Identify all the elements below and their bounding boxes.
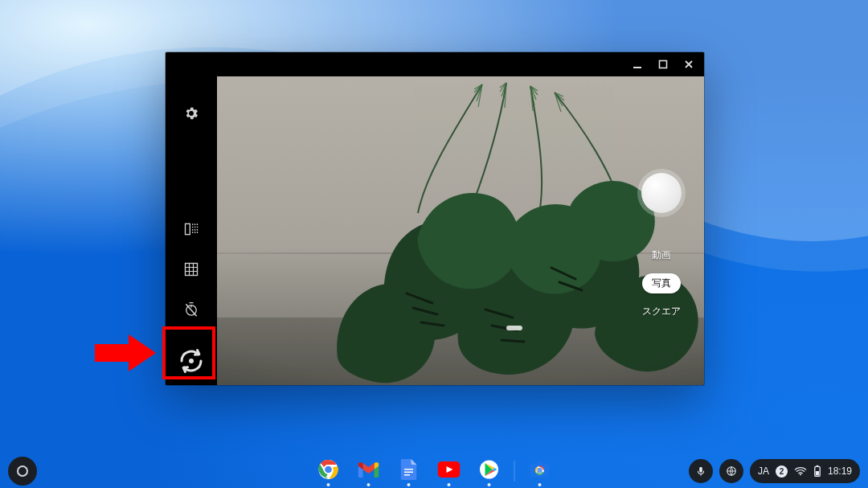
svg-rect-16 — [404, 474, 410, 476]
callout-arrow — [95, 333, 156, 373]
shutter-button[interactable] — [641, 173, 682, 213]
mode-video[interactable]: 動画 — [652, 248, 671, 262]
shelf-pinned-apps — [312, 454, 557, 485]
assistant-mic-button[interactable] — [689, 459, 713, 483]
svg-point-10 — [189, 359, 194, 363]
shelf-divider — [514, 461, 515, 482]
status-tray[interactable]: JA 2 18:19 — [750, 459, 860, 483]
svg-rect-15 — [404, 472, 413, 474]
launcher-icon — [17, 465, 28, 477]
pinned-play-store[interactable] — [477, 457, 502, 482]
mirror-icon — [183, 221, 199, 237]
svg-rect-26 — [817, 465, 818, 467]
shelf-status-area: JA 2 18:19 — [689, 459, 860, 483]
switch-camera-icon — [177, 347, 206, 375]
notification-badge: 2 — [776, 465, 788, 478]
svg-rect-27 — [816, 471, 819, 475]
grid-icon — [183, 261, 199, 277]
battery-icon — [813, 465, 821, 478]
titlebar — [166, 52, 704, 76]
svg-point-24 — [800, 474, 801, 475]
wifi-icon — [794, 466, 807, 476]
quick-settings-button[interactable] — [719, 459, 743, 483]
launcher-button[interactable] — [8, 457, 37, 486]
minimize-button[interactable] — [628, 55, 646, 73]
gmail-icon — [358, 461, 379, 478]
svg-rect-8 — [186, 264, 198, 276]
settings-button[interactable] — [178, 100, 204, 126]
pinned-chrome[interactable] — [317, 457, 341, 482]
timer-off-icon — [183, 301, 199, 318]
shelf: JA 2 18:19 — [0, 454, 868, 488]
chrome-icon — [318, 459, 339, 480]
switch-camera-button[interactable] — [167, 338, 215, 383]
clock: 18:19 — [828, 465, 852, 477]
svg-rect-22 — [699, 467, 702, 473]
camera-app-body: 動画 写真 スクエア — [166, 76, 704, 385]
camera-app-icon — [530, 459, 551, 480]
globe-icon — [726, 465, 737, 477]
right-controls: 動画 写真 スクエア — [630, 125, 693, 369]
maximize-button[interactable] — [654, 55, 672, 73]
gear-icon — [183, 105, 199, 121]
svg-rect-1 — [660, 61, 667, 68]
mic-icon — [695, 465, 706, 477]
mode-photo-active[interactable]: 写真 — [642, 273, 681, 293]
svg-rect-0 — [633, 67, 641, 68]
pinned-gmail[interactable] — [357, 457, 381, 482]
svg-rect-14 — [404, 469, 413, 470]
desktop: 動画 写真 スクエア — [0, 0, 868, 488]
svg-rect-4 — [186, 223, 190, 234]
youtube-icon — [438, 461, 461, 478]
left-toolbar — [166, 76, 217, 385]
play-store-icon — [480, 459, 499, 480]
svg-point-21 — [537, 468, 542, 474]
close-button[interactable] — [680, 55, 698, 73]
pinned-youtube[interactable] — [437, 457, 461, 482]
mirror-button[interactable] — [178, 216, 204, 242]
camera-window: 動画 写真 スクエア — [166, 52, 704, 385]
ime-indicator: JA — [758, 465, 769, 477]
pinned-camera[interactable] — [528, 457, 552, 482]
docs-icon — [401, 459, 417, 480]
mode-square[interactable]: スクエア — [642, 305, 681, 318]
pinned-docs[interactable] — [397, 457, 421, 482]
svg-rect-3 — [506, 326, 522, 330]
grid-button[interactable] — [178, 256, 204, 282]
timer-button[interactable] — [178, 297, 204, 322]
